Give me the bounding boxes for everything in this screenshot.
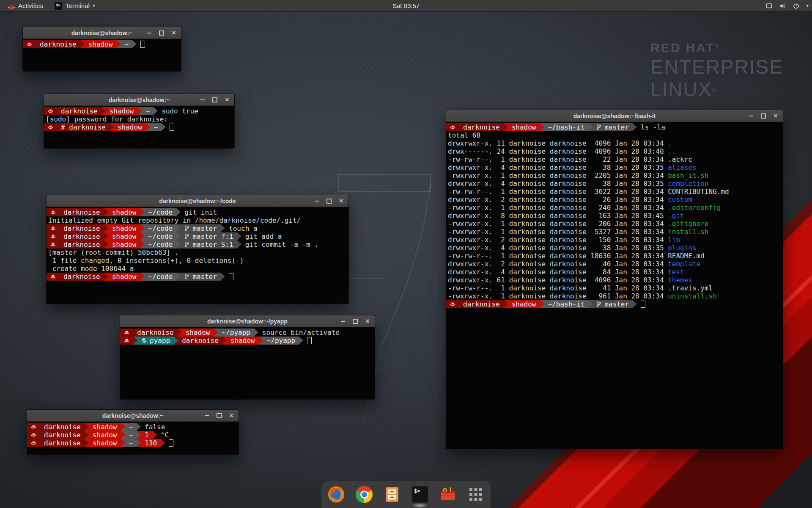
file-name: .ackrc (668, 155, 692, 163)
clock[interactable]: Sat 03:57 (392, 2, 420, 9)
ls-output-line: -rwxrwxr-x. 1 darknoise darknoise 206 Ja… (446, 220, 783, 228)
prompt-segment-distro (23, 40, 36, 48)
prompt-segment-host: shadow (108, 273, 140, 281)
close-button[interactable]: × (224, 97, 230, 103)
prompt-segment-path: ~ (125, 431, 137, 439)
app-grid-icon[interactable] (466, 485, 485, 504)
powerline-separator-icon (540, 300, 544, 308)
terminal-content[interactable]: darknoiseshadow~/pyappsource bin/activat… (120, 327, 375, 399)
segment-label: shadow (230, 337, 255, 345)
close-button[interactable]: × (338, 198, 344, 204)
file-name: . (668, 139, 672, 147)
powerline-separator-icon (137, 423, 141, 431)
terminal-content[interactable]: darknoiseshadow~sudo true[sudo] password… (44, 106, 234, 148)
terminal-cursor (140, 41, 145, 48)
chrome-icon-art (356, 486, 373, 503)
powerline-separator-icon (176, 208, 181, 216)
maximize-button[interactable] (352, 318, 358, 324)
powerline-separator-icon (176, 224, 181, 232)
segment-label: 130 (145, 439, 157, 447)
powerline-separator-icon (221, 224, 225, 232)
segment-label: darknoise (182, 337, 219, 345)
file-name: themes (668, 276, 692, 284)
prompt-segment-user: darknoise (40, 439, 85, 447)
powerline-separator-icon (178, 329, 182, 337)
powerline-separator-icon (299, 337, 303, 345)
command-text: git add a (245, 232, 282, 240)
window-titlebar[interactable]: darknoise@shadow:~ × (23, 27, 181, 39)
segment-label: shadow (112, 224, 137, 232)
prompt-segment-git-branch: master (181, 224, 221, 232)
redhat-icon (27, 41, 32, 47)
prompt-segment-distro (47, 232, 60, 240)
output-text: [sudo] password for darknoise: (46, 115, 168, 123)
app-menu-terminal[interactable]: $> Terminal ▾ (50, 0, 99, 11)
prompt-segment-user: darknoise (40, 423, 85, 431)
chrome-icon[interactable] (355, 485, 373, 504)
ls-fields: drwxrwxr-x. 2 darknoise darknoise 40 Jan… (448, 260, 668, 268)
close-button[interactable]: × (171, 30, 177, 36)
maximize-button[interactable] (212, 97, 218, 103)
terminal-content[interactable]: darknoiseshadow~ (23, 39, 181, 71)
redhat-fedora-icon (8, 2, 15, 10)
files-icon[interactable] (383, 485, 401, 504)
prompt-line: darknoiseshadow~sudo true (44, 107, 234, 115)
terminal-window-home-1: darknoise@shadow:~ × darknoiseshadow~ (23, 27, 181, 71)
ls-output-line: drwxrwxr-x. 11 darknoise darknoise 4096 … (446, 139, 783, 147)
segment-label: darknoise (63, 232, 100, 240)
minimize-button[interactable] (748, 113, 754, 119)
prompt-segment-distro (47, 208, 60, 216)
window-titlebar[interactable]: darknoise@shadow:~ × (44, 94, 234, 106)
segment-label: darknoise (463, 123, 500, 131)
rhel-logo-linux: LINUX (650, 78, 712, 100)
terminal-content[interactable]: darknoiseshadow~falsedarknoiseshadow~1^C… (27, 422, 239, 454)
powerline-separator-icon (176, 273, 181, 281)
window-titlebar[interactable]: darknoise@shadow:~/pyapp × (120, 315, 375, 327)
powerline-separator-icon (214, 329, 218, 337)
powerline-separator-icon (85, 431, 89, 439)
prompt-segment-exit-code: 130 (141, 439, 161, 447)
terminal-content[interactable]: darknoiseshadow~/codegit initInitialized… (47, 207, 348, 304)
redhat-icon (50, 274, 56, 279)
prompt-line: darknoiseshadow~/bash-itmasterls -la (446, 123, 783, 131)
rhel-wallpaper-logo: RED HAT® ENTERPRISE LINUX® (650, 41, 783, 99)
redhat-icon (48, 124, 53, 130)
minimize-button[interactable] (146, 30, 152, 36)
minimize-button[interactable] (340, 318, 346, 324)
system-status-area[interactable]: ▾ (765, 0, 809, 11)
terminal-icon-art: $> (411, 486, 428, 503)
ls-output-line: -rw-rw-r--. 1 darknoise darknoise 41 Jan… (446, 284, 783, 292)
prompt-segment-host: shadow (89, 439, 121, 447)
maximize-button[interactable] (760, 113, 766, 119)
window-titlebar[interactable]: darknoise@shadow:~/bash-it × (446, 110, 783, 122)
segment-label: master S:1 (192, 240, 233, 248)
terminal-content[interactable]: darknoiseshadow~/bash-itmasterls -latota… (446, 122, 783, 449)
ls-output-line: drwxrwxr-x. 4 darknoise darknoise 38 Jan… (446, 163, 783, 171)
close-button[interactable]: × (228, 413, 234, 419)
activities-label: Activities (18, 2, 43, 9)
ls-fields: -rw-rw-r--. 1 darknoise darknoise 41 Jan… (448, 284, 668, 292)
prompt-segment-distro (27, 431, 40, 439)
maximize-button[interactable] (159, 30, 165, 36)
terminal-icon[interactable]: $> (411, 485, 429, 504)
firefox-icon[interactable] (327, 485, 346, 504)
close-button[interactable]: × (365, 318, 370, 324)
powerline-separator-icon (110, 123, 114, 131)
prompt-segment-git-branch: master ?:1 (181, 232, 237, 240)
maximize-button[interactable] (216, 413, 222, 419)
segment-label: darknoise (137, 329, 174, 337)
activities-button[interactable]: Activities (3, 0, 47, 11)
window-titlebar[interactable]: darknoise@shadow:~ × (27, 410, 239, 422)
maximize-button[interactable] (326, 198, 332, 204)
toolbox-icon[interactable] (439, 485, 457, 504)
prompt-segment-host: shadow (89, 431, 121, 439)
minimize-button[interactable] (314, 198, 320, 204)
command-text: sudo true (162, 107, 198, 115)
minimize-button[interactable] (200, 97, 206, 103)
minimize-button[interactable] (204, 413, 210, 419)
volume-icon (779, 3, 786, 9)
close-button[interactable]: × (773, 113, 779, 119)
powerline-separator-icon (85, 423, 89, 431)
window-titlebar[interactable]: darknoise@shadow:~/code × (47, 195, 348, 207)
powerline-separator-icon (504, 300, 508, 308)
